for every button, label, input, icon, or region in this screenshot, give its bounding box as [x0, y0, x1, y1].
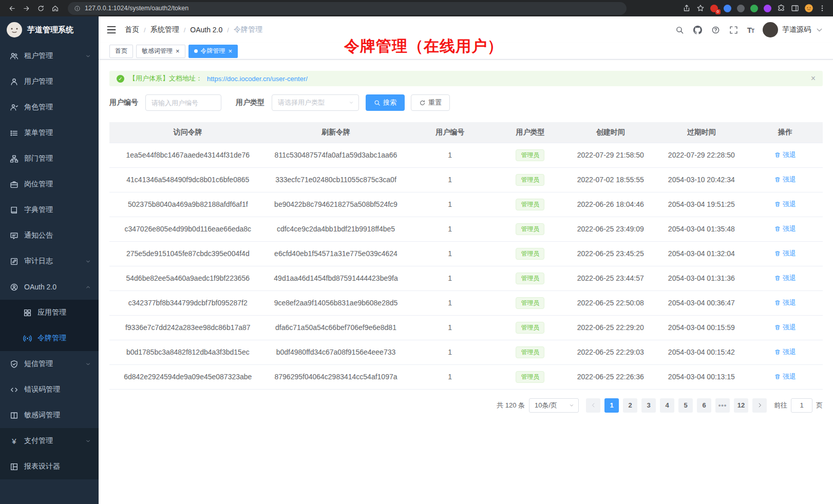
- prev-page-button[interactable]: [586, 398, 600, 413]
- page-button-1[interactable]: 1: [604, 398, 619, 413]
- force-logout-button[interactable]: 强退: [774, 249, 796, 258]
- sidebar-item-tenant[interactable]: 租户管理: [0, 43, 99, 69]
- refresh-icon: [419, 100, 426, 106]
- sidebar-item-sensitive-word[interactable]: 敏感词管理: [0, 402, 99, 428]
- force-logout-button[interactable]: 强退: [774, 274, 796, 283]
- action-cell: 强退: [748, 340, 823, 364]
- sidebar-item-report-designer[interactable]: 报表设计器: [0, 454, 99, 479]
- force-logout-button[interactable]: 强退: [774, 347, 796, 357]
- chevron-down-icon: [85, 259, 91, 264]
- fullscreen-icon[interactable]: [729, 25, 739, 34]
- browser-back-button[interactable]: [5, 2, 18, 15]
- extension-dark-icon[interactable]: [737, 5, 745, 12]
- sidebar: 芋道管理系统 租户管理 用户管理 角色管理 菜单管理 部门管理: [0, 16, 99, 504]
- tab-sensitive-word[interactable]: 敏感词管理 ×: [136, 45, 185, 58]
- navbar-actions: TT 芋道源码: [675, 22, 824, 37]
- user-type-badge: 管理员: [516, 346, 544, 358]
- refresh-token-cell: b0df4980ffd34c67a08f9156e4eee733: [267, 340, 406, 364]
- open-book-icon: [10, 411, 18, 420]
- address-bar[interactable]: 127.0.0.1:1024/system/oauth2/token: [68, 2, 627, 15]
- help-icon[interactable]: [711, 25, 721, 34]
- force-logout-button[interactable]: 强退: [774, 224, 796, 234]
- user-type-cell: 管理员: [495, 241, 566, 266]
- user-type-select[interactable]: 请选择用户类型: [272, 94, 359, 111]
- sidebar-item-oauth2-app[interactable]: 应用管理: [0, 300, 99, 325]
- sidebar-item-post[interactable]: 岗位管理: [0, 171, 99, 197]
- page-button-2[interactable]: 2: [623, 398, 637, 413]
- extension-purple-icon[interactable]: [764, 5, 771, 12]
- more-pages-button[interactable]: •••: [715, 398, 730, 413]
- user-type-badge: 管理员: [516, 223, 544, 235]
- page-button-5[interactable]: 5: [678, 398, 693, 413]
- refresh-token-cell: be90422b8c7946218275a508bf524fc9: [267, 192, 406, 217]
- sidebar-item-oauth2[interactable]: OAuth 2.0: [0, 274, 99, 300]
- force-logout-button[interactable]: 强退: [774, 323, 796, 332]
- browser-menu-icon[interactable]: [819, 4, 826, 12]
- user-id-input[interactable]: [145, 94, 221, 111]
- page-button-4[interactable]: 4: [660, 398, 674, 413]
- sidebar-item-sms[interactable]: 短信管理: [0, 351, 99, 377]
- table-row: b0d1785bc3a8482f812db4a3f3bd15ec b0df498…: [109, 340, 823, 364]
- doc-link[interactable]: https://doc.iocoder.cn/user-center/: [207, 75, 308, 83]
- broadcast-icon: [23, 334, 32, 343]
- bookmark-star-icon[interactable]: [696, 4, 705, 12]
- sidebar-item-notice[interactable]: 通知公告: [0, 223, 99, 248]
- site-info-icon[interactable]: [74, 5, 81, 12]
- col-user-type: 用户类型: [495, 122, 566, 143]
- font-size-icon[interactable]: TT: [747, 26, 754, 34]
- expire-time-cell: 2054-03-04 00:36:47: [655, 290, 748, 315]
- share-icon[interactable]: [683, 4, 691, 12]
- sidebar-item-role[interactable]: 角色管理: [0, 94, 99, 120]
- user-type-badge: 管理员: [516, 322, 544, 334]
- sidebar-collapse-icon[interactable]: [106, 24, 117, 35]
- access-token-cell: c342377bf8b344799dcbf7bf095287f2: [109, 290, 267, 315]
- sidebar-item-oauth2-token[interactable]: 令牌管理: [0, 325, 99, 351]
- col-actions: 操作: [748, 122, 823, 143]
- breadcrumb-home[interactable]: 首页: [125, 25, 139, 34]
- search-button[interactable]: 搜索: [366, 94, 405, 111]
- browser-forward-button[interactable]: [20, 2, 33, 15]
- sidebar-item-pay[interactable]: ¥ 支付管理: [0, 428, 99, 454]
- avatar-circle-icon: [10, 283, 18, 292]
- extension-blue-icon[interactable]: [724, 5, 731, 12]
- create-time-cell: 2022-06-25 23:44:57: [566, 266, 655, 290]
- sidebar-item-dept[interactable]: 部门管理: [0, 146, 99, 171]
- browser-profile-avatar[interactable]: [805, 4, 813, 12]
- alert-text: 【用户体系】文档地址：: [129, 74, 202, 83]
- breadcrumb-oauth2[interactable]: OAuth 2.0: [190, 26, 222, 34]
- force-logout-button[interactable]: 强退: [774, 175, 796, 184]
- github-icon[interactable]: [693, 25, 703, 34]
- page-button-3[interactable]: 3: [641, 398, 656, 413]
- force-logout-button[interactable]: 强退: [774, 298, 796, 307]
- search-icon[interactable]: [675, 25, 685, 34]
- user-menu[interactable]: 芋道源码: [763, 22, 824, 37]
- browser-reload-button[interactable]: [34, 2, 47, 15]
- sidebar-item-audit-log[interactable]: 审计日志: [0, 248, 99, 274]
- sidebar-item-dict[interactable]: 字典管理: [0, 197, 99, 223]
- force-logout-button[interactable]: 强退: [774, 200, 796, 209]
- create-time-cell: 2022-06-25 22:26:36: [566, 364, 655, 389]
- extension-green-icon[interactable]: [750, 5, 758, 12]
- close-icon[interactable]: ×: [176, 48, 180, 54]
- extensions-puzzle-icon[interactable]: [777, 4, 785, 12]
- goto-page-input[interactable]: [791, 398, 812, 413]
- tab-token[interactable]: 令牌管理 ×: [188, 45, 238, 58]
- alert-close-icon[interactable]: ×: [811, 74, 816, 83]
- page-button-12[interactable]: 12: [734, 398, 748, 413]
- browser-home-button[interactable]: [48, 2, 62, 15]
- force-logout-button[interactable]: 强退: [774, 372, 796, 381]
- force-logout-button[interactable]: 强退: [774, 150, 796, 160]
- page-size-select[interactable]: 10条/页: [529, 398, 579, 413]
- sidebar-item-user[interactable]: 用户管理: [0, 69, 99, 94]
- reset-button[interactable]: 重置: [411, 94, 450, 111]
- side-panel-icon[interactable]: [791, 4, 799, 12]
- breadcrumb-system[interactable]: 系统管理: [150, 25, 179, 34]
- extension-red-icon[interactable]: 0: [710, 5, 718, 12]
- next-page-button[interactable]: [752, 398, 767, 413]
- close-icon[interactable]: ×: [229, 48, 233, 54]
- sidebar-item-menu[interactable]: 菜单管理: [0, 120, 99, 146]
- user-id-cell: 1: [405, 340, 495, 364]
- tab-home[interactable]: 首页: [109, 45, 133, 58]
- sidebar-item-error-code[interactable]: 错误码管理: [0, 377, 99, 402]
- page-button-6[interactable]: 6: [697, 398, 711, 413]
